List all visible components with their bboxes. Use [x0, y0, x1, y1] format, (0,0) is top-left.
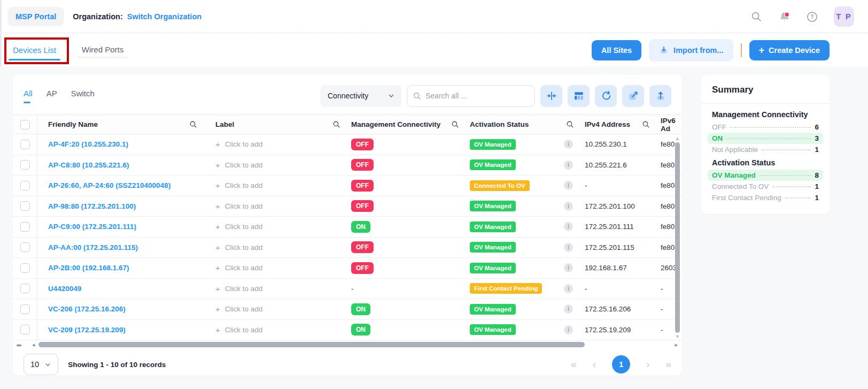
row-checkbox[interactable]: [20, 140, 30, 149]
scroll-left-icon[interactable]: ◂: [32, 341, 35, 348]
previous-page-icon[interactable]: ‹: [593, 359, 596, 370]
device-name-link[interactable]: AP-AA:00 (172.25.201.115): [48, 243, 138, 251]
row-checkbox[interactable]: [20, 160, 30, 170]
device-name-link[interactable]: AP-4F:20 (10.255.230.1): [48, 140, 128, 148]
info-icon[interactable]: i: [564, 202, 573, 211]
device-name-link[interactable]: VC-209 (172.25.19.209): [48, 326, 126, 334]
table-row[interactable]: AP-C9:00 (172.25.201.111)+Click to addON…: [13, 217, 682, 238]
row-checkbox[interactable]: [20, 325, 30, 334]
summary-item[interactable]: OFF6: [708, 121, 823, 133]
row-checkbox[interactable]: [20, 181, 30, 190]
notifications-bell-icon[interactable]: [778, 11, 790, 22]
device-name-link[interactable]: U4420049: [48, 285, 81, 293]
user-avatar[interactable]: T P: [834, 6, 854, 27]
row-checkbox[interactable]: [20, 304, 30, 314]
summary-item[interactable]: Not Applicable1: [708, 144, 823, 155]
column-search-icon[interactable]: [566, 120, 574, 128]
last-page-icon[interactable]: »: [665, 359, 671, 370]
label-click-to-add[interactable]: +Click to add: [206, 161, 349, 170]
row-checkbox[interactable]: [20, 242, 30, 252]
table-row[interactable]: AP-98:80 (172.25.201.100)+Click to addOF…: [13, 196, 682, 217]
device-type-tab-ap[interactable]: AP: [46, 89, 57, 103]
device-name-link[interactable]: VC-206 (172.25.16.206): [48, 305, 126, 313]
info-icon[interactable]: i: [564, 181, 573, 190]
row-checkbox[interactable]: [20, 263, 30, 273]
organization-name-link[interactable]: Switch Organization: [127, 12, 201, 21]
column-header-ipv4-address[interactable]: IPv4 Address: [583, 120, 658, 128]
table-row[interactable]: VC-206 (172.25.16.206)+Click to addONOV …: [13, 299, 682, 320]
current-page-button[interactable]: 1: [612, 355, 630, 373]
row-checkbox[interactable]: [20, 201, 30, 211]
column-header-management-connectivity[interactable]: Management Connectivity: [349, 120, 468, 128]
column-search-icon[interactable]: [451, 120, 459, 128]
column-search-icon[interactable]: [332, 120, 340, 128]
device-type-tab-switch[interactable]: Switch: [71, 89, 95, 103]
info-icon[interactable]: i: [564, 325, 573, 334]
search-icon[interactable]: [750, 11, 762, 22]
device-name-link[interactable]: AP-C9:00 (172.25.201.111): [48, 223, 136, 231]
help-icon[interactable]: ?: [806, 11, 818, 22]
info-icon[interactable]: i: [564, 284, 573, 293]
table-row[interactable]: U4420049+Click to add-First Contact Pend…: [13, 279, 682, 300]
create-device-button[interactable]: + Create Device: [749, 40, 830, 60]
search-input[interactable]: [425, 91, 529, 100]
info-icon[interactable]: i: [564, 304, 573, 314]
info-icon[interactable]: i: [564, 161, 573, 170]
select-all-checkbox[interactable]: [20, 120, 30, 129]
column-search-icon[interactable]: [642, 120, 650, 128]
label-click-to-add[interactable]: +Click to add: [206, 325, 349, 334]
table-row[interactable]: AP-4F:20 (10.255.230.1)+Click to addOFFO…: [13, 134, 682, 155]
first-page-icon[interactable]: «: [571, 359, 577, 370]
info-icon[interactable]: i: [564, 263, 573, 272]
table-row[interactable]: AP-26:60, AP-24:60 (SSZ210400048)+Click …: [13, 176, 682, 196]
table-row[interactable]: VC-209 (172.25.19.209)+Click to addONOV …: [13, 320, 682, 341]
label-click-to-add[interactable]: +Click to add: [206, 284, 349, 293]
label-click-to-add[interactable]: +Click to add: [206, 263, 349, 272]
column-header-friendly-name[interactable]: Friendly Name: [37, 120, 206, 128]
device-name-link[interactable]: AP-2B:00 (192.168.1.67): [48, 264, 129, 272]
label-click-to-add[interactable]: +Click to add: [206, 222, 349, 231]
device-name-link[interactable]: AP-26:60, AP-24:60 (SSZ210400048): [48, 181, 170, 189]
table-row[interactable]: AP-2B:00 (192.168.1.67)+Click to addOFFO…: [13, 258, 682, 279]
info-icon[interactable]: i: [564, 243, 573, 252]
scroll-right-icon[interactable]: ▸: [675, 341, 678, 348]
import-from-button[interactable]: Import from...: [649, 39, 733, 62]
collapse-columns-button[interactable]: [540, 85, 562, 107]
connectivity-filter-dropdown[interactable]: Connectivity: [320, 85, 401, 107]
label-click-to-add[interactable]: +Click to add: [206, 181, 349, 190]
scroll-down-icon[interactable]: ▼: [675, 334, 680, 339]
refresh-button[interactable]: [595, 85, 617, 107]
summary-item[interactable]: First Contact Pending1: [708, 192, 823, 203]
device-name-link[interactable]: AP-98:80 (172.25.201.100): [48, 202, 136, 210]
vertical-scrollbar-thumb[interactable]: [675, 142, 680, 333]
column-pager-icons[interactable]: ◂▸: [16, 342, 22, 348]
row-checkbox[interactable]: [20, 222, 30, 232]
expand-button[interactable]: [622, 85, 644, 107]
all-sites-button[interactable]: All Sites: [592, 40, 641, 60]
column-header-ipv6-address[interactable]: IPv6 Ad: [658, 117, 684, 133]
tab-devices-list[interactable]: Devices List: [7, 40, 61, 62]
label-click-to-add[interactable]: +Click to add: [206, 140, 349, 149]
msp-portal-chip[interactable]: MSP Portal: [7, 7, 64, 26]
columns-button[interactable]: [568, 85, 590, 107]
table-row[interactable]: AP-AA:00 (172.25.201.115)+Click to addOF…: [13, 238, 682, 258]
horizontal-scrollbar-thumb[interactable]: [38, 342, 585, 347]
device-name-link[interactable]: AP-C8:80 (10.255.221.6): [48, 161, 129, 169]
device-type-tab-all[interactable]: All: [24, 89, 33, 103]
table-row[interactable]: AP-C8:80 (10.255.221.6)+Click to addOFFO…: [13, 155, 682, 176]
summary-item[interactable]: Connected To OV1: [708, 181, 823, 192]
next-page-icon[interactable]: ›: [646, 359, 649, 370]
label-click-to-add[interactable]: +Click to add: [206, 304, 349, 314]
export-button[interactable]: [649, 85, 671, 107]
info-icon[interactable]: i: [564, 140, 573, 149]
label-click-to-add[interactable]: +Click to add: [206, 243, 349, 252]
info-icon[interactable]: i: [564, 222, 573, 231]
page-size-select[interactable]: 10: [24, 354, 58, 375]
row-checkbox[interactable]: [20, 284, 30, 293]
column-header-activation-status[interactable]: Activation Status: [468, 120, 583, 128]
column-search-icon[interactable]: [189, 120, 197, 128]
tab-wired-ports[interactable]: Wired Ports: [76, 39, 129, 61]
scroll-up-icon[interactable]: ▲: [675, 136, 680, 141]
horizontal-scrollbar-track[interactable]: [37, 342, 673, 347]
summary-item[interactable]: ON3: [708, 133, 823, 144]
